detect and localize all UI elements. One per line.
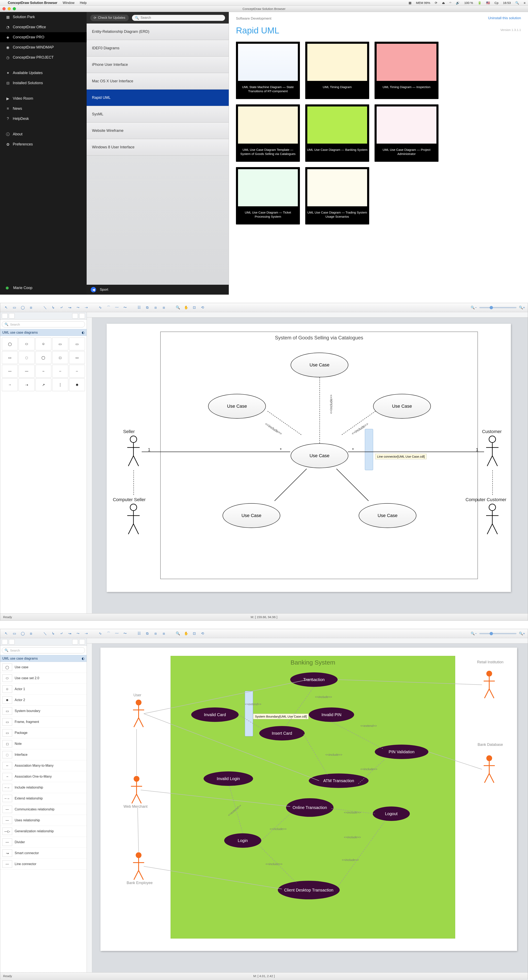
spline-tool[interactable]: 〰: [114, 630, 120, 637]
library-shape[interactable]: –: [35, 365, 51, 377]
use-case-tl[interactable]: Use Case: [208, 394, 266, 418]
rapid-draw-panel[interactable]: [365, 429, 373, 470]
library-shape[interactable]: ┊: [52, 379, 68, 391]
lib-tab-button[interactable]: [9, 313, 14, 318]
zoom-out-button[interactable]: 🔍−: [471, 632, 477, 635]
sync-icon[interactable]: ⟳: [435, 1, 437, 5]
zoom-in-button[interactable]: 🔍+: [519, 305, 525, 309]
library-header[interactable]: UML use case diagrams◐: [0, 655, 87, 662]
library-shape[interactable]: ◯: [35, 351, 51, 364]
association[interactable]: [348, 452, 484, 452]
rapid-draw-panel[interactable]: [245, 691, 253, 737]
solution-row-rapiduml[interactable]: Rapid UML: [87, 89, 229, 106]
chain-tool-3[interactable]: ⧆: [161, 304, 167, 311]
system-boundary[interactable]: System of Goods Selling via Catalogues U…: [160, 332, 478, 579]
reset-tool[interactable]: ⟲: [199, 304, 206, 311]
lib-tab-button[interactable]: [2, 313, 8, 318]
collapse-icon[interactable]: ◐: [82, 331, 84, 334]
sidebar-item-pro[interactable]: ◈ConceptDraw PRO: [0, 32, 87, 42]
line-tool[interactable]: ＼: [42, 304, 48, 311]
library-shape-row[interactable]: ┈→Include relationship: [0, 782, 87, 793]
pointer-tool[interactable]: ↖: [3, 630, 9, 637]
chain-tool-3[interactable]: ⧆: [161, 630, 167, 637]
menu-window[interactable]: Window: [63, 1, 75, 5]
cube-tool[interactable]: ⧈: [28, 630, 34, 637]
connector[interactable]: [275, 469, 307, 501]
association[interactable]: [142, 452, 290, 452]
rect-tool[interactable]: ▭: [11, 630, 17, 637]
uc-login[interactable]: Login: [224, 833, 261, 848]
back-button[interactable]: ◀: [91, 287, 96, 292]
menu-help[interactable]: Help: [80, 1, 87, 5]
spline-tool[interactable]: 〰: [114, 304, 120, 311]
connector-tool-4[interactable]: ⤳: [75, 304, 81, 311]
spline-tool-2[interactable]: 〜: [122, 304, 128, 311]
sidebar-item-mindmap[interactable]: ◉ConceptDraw MINDMAP: [0, 42, 87, 52]
library-shape[interactable]: ⇢: [19, 379, 35, 391]
collapse-icon[interactable]: ◐: [82, 657, 84, 660]
zoom-in-tool[interactable]: 🔍: [175, 304, 181, 311]
library-shape-row[interactable]: ☻Actor 2: [0, 695, 87, 706]
connector-tool-3[interactable]: ↝: [67, 304, 73, 311]
library-shape[interactable]: ▭: [52, 337, 68, 350]
lib-view-button[interactable]: [79, 639, 85, 644]
library-shape-row[interactable]: ◻Note: [0, 738, 87, 749]
actor-seller[interactable]: [125, 435, 142, 469]
crop-tool[interactable]: ⊡: [191, 304, 197, 311]
connector-tool[interactable]: ↳: [50, 304, 56, 311]
library-shape[interactable]: ✱: [69, 379, 85, 391]
chain-tool[interactable]: ⧉: [144, 304, 150, 311]
actor-bank-database[interactable]: [482, 755, 496, 784]
uninstall-link[interactable]: Uninstall this solution: [488, 16, 521, 20]
rect-tool[interactable]: ▭: [11, 304, 17, 311]
actor-user[interactable]: [131, 699, 146, 729]
spline-tool-2[interactable]: 〜: [122, 630, 128, 637]
library-shape-row[interactable]: —Communicates relationship: [0, 804, 87, 815]
solution-row-wireframe[interactable]: Website Wireframe: [87, 123, 229, 139]
include-connector[interactable]: [320, 377, 320, 443]
lib-search-button[interactable]: [72, 639, 78, 644]
uc-pin-validation[interactable]: PIN Validation: [375, 745, 428, 759]
use-case-tr[interactable]: Use Case: [373, 394, 431, 418]
spotlight-icon[interactable]: 🔍: [515, 1, 519, 5]
connector-tool-2[interactable]: ⤶: [58, 304, 65, 311]
uc-logout[interactable]: Logout: [373, 807, 410, 821]
library-shape[interactable]: —: [19, 365, 35, 377]
minimize-icon[interactable]: [8, 7, 11, 10]
library-shape-row[interactable]: —Divider: [0, 837, 87, 848]
connector-tool-5[interactable]: ⇢: [83, 630, 89, 637]
solution-row-win8[interactable]: Windows 8 User Interface: [87, 139, 229, 156]
zoom-slider[interactable]: [479, 633, 517, 634]
connector[interactable]: [336, 469, 369, 501]
page[interactable]: Banking System System Boundary[UML Use C…: [100, 648, 517, 951]
pointer-tool[interactable]: ↖: [3, 304, 9, 311]
library-shape-row[interactable]: ⬭Use case set 2.0: [0, 673, 87, 684]
actor-web-merchant[interactable]: [129, 776, 144, 805]
canvas[interactable]: Banking System System Boundary[UML Use C…: [87, 638, 528, 972]
sidebar-item-preferences[interactable]: ✿Preferences: [0, 139, 87, 150]
library-shape[interactable]: ▭: [2, 351, 18, 364]
library-shape-row[interactable]: ┈→Extend relationship: [0, 793, 87, 804]
uc-insert-card[interactable]: Insert Card: [259, 726, 305, 740]
sidebar-item-project[interactable]: ◷ConceptDraw PROJECT: [0, 52, 87, 62]
lib-tab-button[interactable]: [2, 639, 8, 644]
cube-tool[interactable]: ⧈: [28, 304, 34, 311]
sidebar-item-video[interactable]: ▶Video Room: [0, 94, 87, 103]
grid-icon[interactable]: ▦: [409, 1, 412, 5]
library-shape[interactable]: ◯: [2, 337, 18, 350]
library-shape-row[interactable]: —Line connector: [0, 859, 87, 870]
flag-icon[interactable]: 🇺🇸: [486, 1, 490, 5]
lib-search-button[interactable]: [72, 313, 78, 318]
library-shape[interactable]: →: [2, 379, 18, 391]
app-name[interactable]: ConceptDraw Solution Browser: [8, 1, 57, 5]
arc-tool[interactable]: ⌒: [105, 630, 111, 637]
template-card[interactable]: UML Use Case Diagram — Trading System Us…: [305, 167, 369, 224]
library-shape[interactable]: ┈: [52, 365, 68, 377]
uc-cdt[interactable]: Client Desktop Transaction: [278, 881, 340, 899]
crop-tool[interactable]: ⊡: [191, 630, 197, 637]
connector-tool[interactable]: ↳: [50, 630, 56, 637]
actor-bank-employee[interactable]: [131, 852, 146, 881]
library-shape-row[interactable]: ◌Interface: [0, 749, 87, 760]
library-shape-row[interactable]: —▷Generalization relationship: [0, 826, 87, 837]
library-search-input[interactable]: 🔍Search: [2, 321, 85, 328]
